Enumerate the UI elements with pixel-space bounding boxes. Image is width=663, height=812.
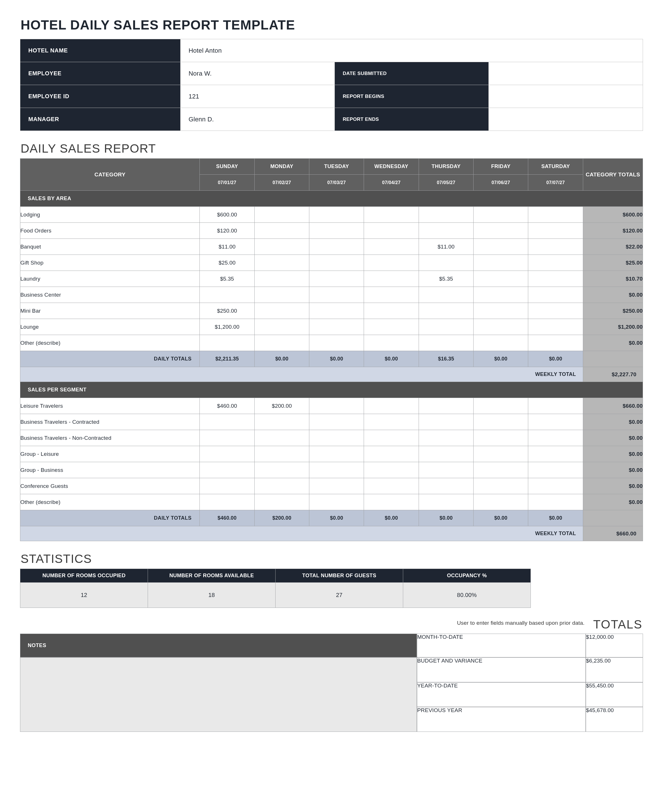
cell[interactable] xyxy=(528,319,583,335)
cell[interactable] xyxy=(419,223,473,239)
cell[interactable] xyxy=(309,446,364,462)
cell[interactable] xyxy=(474,287,528,303)
cell[interactable] xyxy=(474,494,528,510)
cell[interactable] xyxy=(200,430,254,446)
cell[interactable] xyxy=(364,398,419,414)
cell[interactable] xyxy=(474,303,528,319)
cell[interactable] xyxy=(309,271,364,287)
cell[interactable] xyxy=(254,287,309,303)
cell[interactable] xyxy=(364,430,419,446)
cell[interactable] xyxy=(254,335,309,351)
cell[interactable] xyxy=(419,319,473,335)
value-date-submitted[interactable] xyxy=(489,62,643,85)
cell[interactable]: $25.00 xyxy=(200,255,254,271)
cell[interactable] xyxy=(254,271,309,287)
cell[interactable] xyxy=(309,303,364,319)
cell[interactable] xyxy=(200,478,254,494)
value-hotel-name[interactable]: Hotel Anton xyxy=(181,39,643,62)
cell[interactable] xyxy=(364,335,419,351)
cell[interactable] xyxy=(254,478,309,494)
cell[interactable]: $5.35 xyxy=(419,271,473,287)
cell[interactable] xyxy=(528,478,583,494)
value-employee[interactable]: Nora W. xyxy=(181,62,335,85)
cell[interactable] xyxy=(364,446,419,462)
cell[interactable] xyxy=(419,287,473,303)
cell[interactable] xyxy=(528,271,583,287)
cell[interactable] xyxy=(309,239,364,255)
cell[interactable] xyxy=(364,414,419,430)
cell[interactable] xyxy=(364,303,419,319)
cell[interactable] xyxy=(528,335,583,351)
cell[interactable] xyxy=(200,462,254,478)
cell[interactable] xyxy=(254,239,309,255)
cell[interactable] xyxy=(309,494,364,510)
cell[interactable] xyxy=(474,239,528,255)
cell[interactable] xyxy=(474,319,528,335)
cell[interactable] xyxy=(309,319,364,335)
cell[interactable] xyxy=(474,255,528,271)
cell[interactable] xyxy=(364,319,419,335)
cell[interactable]: $460.00 xyxy=(200,398,254,414)
cell[interactable] xyxy=(474,478,528,494)
stats-val-3[interactable]: 80.00% xyxy=(403,583,531,608)
notes-body[interactable] xyxy=(20,657,417,732)
cell[interactable] xyxy=(254,303,309,319)
cell[interactable]: $200.00 xyxy=(254,398,309,414)
cell[interactable] xyxy=(309,287,364,303)
cell[interactable] xyxy=(474,335,528,351)
cell[interactable]: $5.35 xyxy=(200,271,254,287)
cell[interactable] xyxy=(419,303,473,319)
cell[interactable] xyxy=(309,207,364,223)
cell[interactable] xyxy=(254,430,309,446)
value-employee-id[interactable]: 121 xyxy=(181,85,335,108)
cell[interactable] xyxy=(254,462,309,478)
cell[interactable] xyxy=(528,462,583,478)
cell[interactable] xyxy=(474,414,528,430)
cell[interactable] xyxy=(309,462,364,478)
cell[interactable] xyxy=(419,398,473,414)
cell[interactable] xyxy=(254,255,309,271)
cell[interactable] xyxy=(528,446,583,462)
cell[interactable] xyxy=(254,446,309,462)
cell[interactable] xyxy=(364,255,419,271)
cell[interactable] xyxy=(364,207,419,223)
cell[interactable] xyxy=(528,303,583,319)
cell[interactable] xyxy=(419,207,473,223)
cell[interactable] xyxy=(528,223,583,239)
cell[interactable] xyxy=(528,207,583,223)
cell[interactable] xyxy=(474,398,528,414)
cell[interactable] xyxy=(419,478,473,494)
value-manager[interactable]: Glenn D. xyxy=(181,108,335,131)
cell[interactable] xyxy=(528,239,583,255)
cell[interactable]: $120.00 xyxy=(200,223,254,239)
cell[interactable] xyxy=(528,430,583,446)
cell[interactable] xyxy=(528,287,583,303)
stats-val-0[interactable]: 12 xyxy=(20,583,148,608)
cell[interactable] xyxy=(309,478,364,494)
cell[interactable] xyxy=(200,494,254,510)
cell[interactable] xyxy=(474,207,528,223)
cell[interactable]: $250.00 xyxy=(200,303,254,319)
cell[interactable] xyxy=(419,430,473,446)
cell[interactable] xyxy=(474,462,528,478)
cell[interactable] xyxy=(364,223,419,239)
cell[interactable] xyxy=(419,462,473,478)
stats-val-2[interactable]: 27 xyxy=(276,583,403,608)
value-report-ends[interactable] xyxy=(489,108,643,131)
cell[interactable] xyxy=(474,223,528,239)
cell[interactable] xyxy=(419,446,473,462)
cell[interactable] xyxy=(364,478,419,494)
cell[interactable] xyxy=(474,446,528,462)
cell[interactable] xyxy=(200,287,254,303)
cell[interactable] xyxy=(309,335,364,351)
cell[interactable] xyxy=(419,255,473,271)
cell[interactable] xyxy=(419,414,473,430)
cell[interactable] xyxy=(254,494,309,510)
cell[interactable] xyxy=(309,255,364,271)
cell[interactable] xyxy=(474,271,528,287)
cell[interactable] xyxy=(309,223,364,239)
cell[interactable] xyxy=(528,494,583,510)
cell[interactable] xyxy=(254,319,309,335)
cell[interactable] xyxy=(364,287,419,303)
cell[interactable]: $11.00 xyxy=(200,239,254,255)
